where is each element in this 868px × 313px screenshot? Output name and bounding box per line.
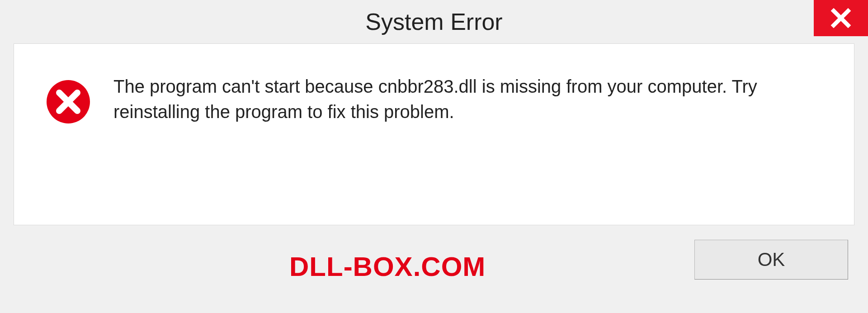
dialog-footer: DLL-BOX.COM OK bbox=[0, 225, 868, 298]
ok-button[interactable]: OK bbox=[694, 240, 848, 280]
error-circle-x-icon bbox=[46, 79, 91, 124]
dialog-title: System Error bbox=[365, 8, 502, 35]
error-message: The program can't start because cnbbr283… bbox=[113, 71, 822, 124]
error-dialog-window: System Error The program can't start bec… bbox=[0, 0, 868, 313]
watermark-text: DLL-BOX.COM bbox=[289, 251, 486, 282]
ok-button-label: OK bbox=[758, 249, 785, 270]
dialog-body: The program can't start because cnbbr283… bbox=[14, 43, 854, 225]
close-icon bbox=[830, 7, 852, 29]
close-button[interactable] bbox=[814, 0, 868, 36]
title-bar: System Error bbox=[0, 0, 868, 43]
